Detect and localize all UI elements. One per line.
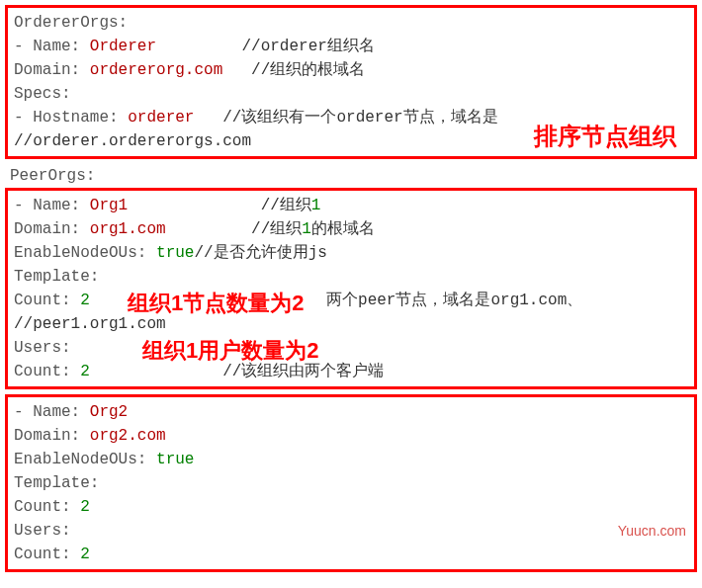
value: orderer xyxy=(128,109,194,126)
number: 2 xyxy=(80,498,90,516)
code-line: Count: 2 xyxy=(14,495,688,519)
code-line: EnableNodeOUs: true//是否允许使用js xyxy=(14,241,688,265)
number: 2 xyxy=(80,363,90,380)
spacer xyxy=(90,292,109,309)
comment: //orderer组织名 xyxy=(156,38,375,55)
code-line: - Name: Org2 xyxy=(14,400,688,424)
value: Org1 xyxy=(90,197,128,214)
code-line: Count: 2 组织1节点数量为2两个peer节点，域名是org1.com、 xyxy=(14,289,688,312)
comment: //组织 xyxy=(166,220,303,238)
code-line: Count: 2 //该组织由两个客户端 xyxy=(14,360,688,383)
key: Count: xyxy=(14,363,80,380)
orderer-orgs-block: OrdererOrgs: - Name: Orderer //orderer组织… xyxy=(5,5,697,159)
code-line: Users: xyxy=(14,519,688,543)
org2-block: - Name: Org2 Domain: org2.com EnableNode… xyxy=(5,394,697,572)
value: Org2 xyxy=(90,403,128,421)
code-line: OrdererOrgs: xyxy=(14,11,688,35)
comment: //该组织由两个客户端 xyxy=(90,363,385,380)
key: - Name: xyxy=(14,403,90,421)
number: 1 xyxy=(311,197,321,214)
key: Count: xyxy=(14,498,80,516)
key: PeerOrgs: xyxy=(10,167,95,185)
number: 1 xyxy=(302,220,311,238)
code-line: Domain: org2.com xyxy=(14,424,688,448)
comment: //该组织有一个orderer节点，域名是 xyxy=(194,109,497,126)
code-line: - Name: Org1 //组织1 xyxy=(14,194,688,217)
key: EnableNodeOUs: xyxy=(14,451,156,468)
value: org2.com xyxy=(90,427,166,445)
comment: //组织 xyxy=(128,197,311,214)
key: Count: xyxy=(14,292,80,309)
code-line: Users:组织1用户数量为2 xyxy=(14,336,688,360)
watermark: Yuucn.com xyxy=(618,521,686,542)
key: Template: xyxy=(14,268,99,286)
org1-block: - Name: Org1 //组织1 Domain: org1.com //组织… xyxy=(5,188,697,389)
key: Template: xyxy=(14,474,99,492)
comment: //peer1.org1.com xyxy=(14,315,166,333)
comment: //orderer.ordererorgs.com xyxy=(14,132,251,150)
key: - Name: xyxy=(14,197,90,214)
number: 2 xyxy=(80,546,90,563)
key: Count: xyxy=(14,546,80,563)
code-line: Domain: ordererorg.com //组织的根域名 xyxy=(14,58,688,82)
value: true xyxy=(156,451,194,468)
number: 2 xyxy=(80,292,90,309)
annotation-orderer-label: 排序节点组织 xyxy=(534,119,676,154)
comment: 两个peer节点，域名是org1.com、 xyxy=(326,292,582,309)
key: - Hostname: xyxy=(14,109,128,126)
code-line: Specs: xyxy=(14,82,688,106)
key: Domain: xyxy=(14,61,90,79)
peer-orgs-header: PeerOrgs: xyxy=(5,164,697,188)
value: ordererorg.com xyxy=(90,61,222,79)
value: org1.com xyxy=(90,220,166,238)
code-line: Count: 2 xyxy=(14,543,688,566)
key: OrdererOrgs: xyxy=(14,14,128,32)
key: Users: xyxy=(14,339,71,357)
key: Users: xyxy=(14,522,71,540)
value: true xyxy=(156,244,194,262)
value: Orderer xyxy=(90,38,156,55)
key: Specs: xyxy=(14,85,71,103)
key: Domain: xyxy=(14,427,90,445)
comment: 的根域名 xyxy=(311,220,375,238)
key: - Name: xyxy=(14,38,90,55)
code-line: EnableNodeOUs: true xyxy=(14,448,688,471)
code-line: - Name: Orderer //orderer组织名 xyxy=(14,35,688,58)
key: Domain: xyxy=(14,220,90,238)
comment: //组织的根域名 xyxy=(222,61,365,79)
code-line: Template: xyxy=(14,265,688,289)
key: EnableNodeOUs: xyxy=(14,244,156,262)
comment: //是否允许使用js xyxy=(194,244,326,262)
code-line: Domain: org1.com //组织1的根域名 xyxy=(14,217,688,241)
code-line: Template: xyxy=(14,471,688,495)
code-line: //peer1.org1.com xyxy=(14,312,688,336)
